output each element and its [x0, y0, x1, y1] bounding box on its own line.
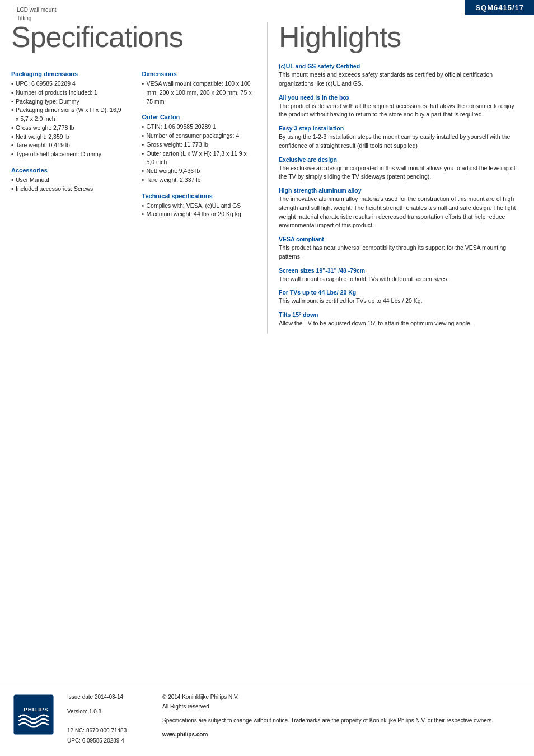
list-item: Number of products included: 1 [11, 88, 125, 97]
page-title: Specifications [11, 22, 256, 52]
website: www.philips.com [162, 730, 493, 739]
list-item: Packaging type: Dummy [11, 97, 125, 106]
list-item: Packaging dimensions (W x H x D): 16,9 x… [11, 106, 125, 124]
version: Version: 1.0.8 [67, 707, 151, 717]
specs-sub-col-right: Dimensions VESA wall mount compatible: 1… [142, 63, 256, 219]
highlight-text: Allow the TV to be adjusted down 15° to … [279, 319, 523, 328]
disclaimer: Specifications are subject to change wit… [162, 716, 493, 725]
list-item: Type of shelf placement: Dummy [11, 150, 125, 159]
footer-left-info: Issue date 2014-03-14 Version: 1.0.8 12 … [67, 692, 151, 746]
highlight-vesa-compliant: VESA compliant This product has near uni… [279, 236, 523, 262]
specs-sub-col-left: Packaging dimensions UPC: 6 09585 20289 … [11, 63, 125, 219]
specifications-column: Specifications Packaging dimensions UPC:… [11, 22, 267, 334]
packaging-dimensions-heading: Packaging dimensions [11, 71, 125, 77]
dimensions-section: Dimensions VESA wall mount compatible: 1… [142, 71, 256, 106]
list-item: Gross weight: 11,773 lb [142, 141, 256, 150]
highlight-text: The product is delivered with all the re… [279, 102, 523, 120]
list-item: Tare weight: 2,337 lb [142, 176, 256, 185]
packaging-dimensions-list: UPC: 6 09585 20289 4 Number of products … [11, 80, 125, 159]
footer: PHILIPS Issue date 2014-03-14 Version: 1… [0, 682, 534, 756]
accessories-list: User Manual Included accessories: Screws [11, 176, 125, 194]
list-item: Included accessories: Screws [11, 185, 125, 194]
highlight-heading: For TVs up to 44 Lbs/ 20 Kg [279, 289, 523, 296]
highlight-heading: All you need is in the box [279, 94, 523, 101]
outer-carton-heading: Outer Carton [142, 114, 256, 120]
philips-logo: PHILIPS [11, 692, 56, 738]
highlight-heading: Easy 3 step installation [279, 125, 523, 132]
highlights-title: Highlights [279, 22, 523, 52]
list-item: Nett weight: 9,436 lb [142, 167, 256, 176]
list-item: Number of consumer packagings: 4 [142, 132, 256, 141]
highlights-column: Highlights (c)UL and GS safety Certified… [267, 22, 523, 334]
svg-rect-0 [13, 694, 53, 734]
highlight-aluminum-alloy: High strength aluminum alloy The innovat… [279, 187, 523, 230]
highlight-text: The exclusive arc design incorporated in… [279, 164, 523, 182]
all-rights: All Rights reserved. [162, 703, 211, 710]
issue-date: Issue date 2014-03-14 [67, 692, 151, 702]
highlight-heading: Exclusive arc design [279, 156, 523, 163]
outer-carton-section: Outer Carton GTIN: 1 06 09585 20289 1 Nu… [142, 114, 256, 184]
list-item: GTIN: 1 06 09585 20289 1 [142, 123, 256, 132]
nc-label: 12 NC: 8670 000 71483 [67, 726, 151, 736]
technical-specifications-section: Technical specifications Complies with: … [142, 193, 256, 220]
list-item: Complies with: VESA, (c)UL and GS [142, 202, 256, 211]
technical-specifications-list: Complies with: VESA, (c)UL and GS Maximu… [142, 202, 256, 220]
highlight-all-you-need: All you need is in the box The product i… [279, 94, 523, 120]
highlight-cul-gs: (c)UL and GS safety Certified This mount… [279, 63, 523, 88]
list-item: UPC: 6 09585 20289 4 [11, 80, 125, 88]
copyright: © 2014 Koninklijke Philips N.V. [162, 694, 239, 700]
highlight-text: This mount meets and exceeds safety stan… [279, 71, 523, 88]
list-item: Tare weight: 0,419 lb [11, 141, 125, 150]
highlight-exclusive-arc: Exclusive arc design The exclusive arc d… [279, 156, 523, 182]
upc-label: UPC: 6 09585 20289 4 [67, 736, 151, 746]
highlight-screen-sizes: Screen sizes 19"-31" /48 -79cm The wall … [279, 267, 523, 284]
svg-text:PHILIPS: PHILIPS [24, 706, 48, 712]
highlight-for-tvs: For TVs up to 44 Lbs/ 20 Kg This wallmou… [279, 289, 523, 306]
list-item: Gross weight: 2,778 lb [11, 124, 125, 133]
highlight-heading: Screen sizes 19"-31" /48 -79cm [279, 267, 523, 274]
product-code-header: SQM6415/17 [465, 0, 534, 15]
list-item: VESA wall mount compatible: 100 x 100 mm… [142, 80, 256, 106]
list-item: Maximum weight: 44 lbs or 20 Kg kg [142, 210, 256, 219]
outer-carton-list: GTIN: 1 06 09585 20289 1 Number of consu… [142, 123, 256, 184]
dimensions-heading: Dimensions [142, 71, 256, 77]
list-item: Nett weight: 2,359 lb [11, 133, 125, 142]
highlight-heading: Tilts 15° down [279, 311, 523, 318]
highlight-text: The innovative aluminum alloy materials … [279, 195, 523, 230]
accessories-section: Accessories User Manual Included accesso… [11, 167, 125, 194]
highlight-text: This product has near universal compatib… [279, 244, 523, 262]
highlight-heading: High strength aluminum alloy [279, 187, 523, 194]
packaging-dimensions-section: Packaging dimensions UPC: 6 09585 20289 … [11, 71, 125, 159]
product-type-label: LCD wall mount Tilting [17, 6, 57, 22]
list-item: User Manual [11, 176, 125, 185]
highlight-heading: (c)UL and GS safety Certified [279, 63, 523, 69]
highlight-heading: VESA compliant [279, 236, 523, 242]
footer-right-info: © 2014 Koninklijke Philips N.V. All Righ… [162, 692, 493, 739]
list-item: Outer carton (L x W x H): 17,3 x 11,9 x … [142, 150, 256, 167]
highlight-text: By using the 1-2-3 installation steps th… [279, 133, 523, 151]
dimensions-list: VESA wall mount compatible: 100 x 100 mm… [142, 80, 256, 106]
technical-specifications-heading: Technical specifications [142, 193, 256, 199]
highlight-easy-installation: Easy 3 step installation By using the 1-… [279, 125, 523, 151]
highlight-tilts: Tilts 15° down Allow the TV to be adjust… [279, 311, 523, 328]
highlight-text: The wall mount is capable to hold TVs wi… [279, 275, 523, 284]
accessories-heading: Accessories [11, 167, 125, 174]
highlight-text: This wallmount is certified for TVs up t… [279, 297, 523, 306]
